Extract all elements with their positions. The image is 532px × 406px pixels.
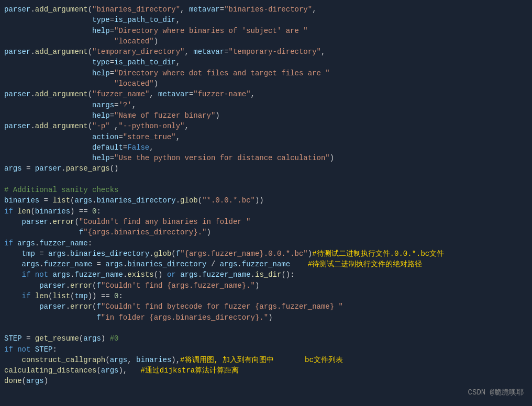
code-line-25: args.fuzzer_name = args.binaries_directo… <box>0 259 532 269</box>
code-line-17 <box>0 174 532 185</box>
code-line-12: parser.add_argument("-p" ,"--python-only… <box>0 121 532 131</box>
code-line-21: parser.error("Couldn't find any binaries… <box>0 217 532 227</box>
code-line-5: parser.add_argument("temporary_directory… <box>0 47 532 57</box>
code-line-15: help="Use the python version for distanc… <box>0 153 532 163</box>
code-line-31 <box>0 323 532 333</box>
code-line-32: STEP = get_resume(args) #0 <box>0 333 532 344</box>
watermark: CSDN @脆脆噢耶 <box>468 387 524 398</box>
code-line-29: parser.error(f"Couldn't find bytecode fo… <box>0 301 532 312</box>
code-container: parser.add_argument("binaries_directory"… <box>0 0 532 406</box>
code-line-24: tmp = args.binaries_directory.glob(f"{ar… <box>0 249 532 259</box>
code-line-7: help="Directory where dot files and targ… <box>0 68 532 78</box>
code-line-36: done(args) <box>0 376 532 386</box>
code-line-30: f"in folder {args.binaries_directory}.") <box>0 312 532 323</box>
code-line-3: help="Directory where binaries of 'subje… <box>0 26 532 36</box>
code-line-19: binaries = list(args.binaries_directory.… <box>0 195 532 206</box>
code-line-27: parser.error(f"Couldn't find {args.fuzze… <box>0 280 532 291</box>
code-line-37 <box>0 387 532 397</box>
code-line-34: construct_callgraph(args, binaries),#将调用… <box>0 355 532 365</box>
code-line-16: args = parser.parse_args() <box>0 163 532 174</box>
code-line-23: if args.fuzzer_name: <box>0 238 532 249</box>
code-line-8: "located") <box>0 78 532 89</box>
code-line-2: type=is_path_to_dir, <box>0 15 532 25</box>
code-line-33: if not STEP: <box>0 344 532 355</box>
code-line-6: type=is_path_to_dir, <box>0 57 532 67</box>
code-line-4: "located") <box>0 36 532 47</box>
code-line-26: if not args.fuzzer_name.exists() or args… <box>0 269 532 280</box>
code-line-14: default=False, <box>0 142 532 153</box>
code-line-20: if len(binaries) == 0: <box>0 206 532 217</box>
code-line-9: parser.add_argument("fuzzer_name", metav… <box>0 89 532 99</box>
code-line-1: parser.add_argument("binaries_directory"… <box>0 4 532 15</box>
code-line-35: calculating_distances(args), #通过dijkstra… <box>0 365 532 376</box>
code-line-28: if len(list(tmp)) == 0: <box>0 291 532 301</box>
code-line-13: action="store_true", <box>0 132 532 142</box>
code-line-22: f"{args.binaries_directory}.") <box>0 227 532 238</box>
code-line-11: help="Name of fuzzer binary") <box>0 110 532 121</box>
code-line-18: # Additional sanity checks <box>0 185 532 195</box>
code-line-38 <box>0 397 532 406</box>
code-line-10: nargs='?', <box>0 100 532 110</box>
